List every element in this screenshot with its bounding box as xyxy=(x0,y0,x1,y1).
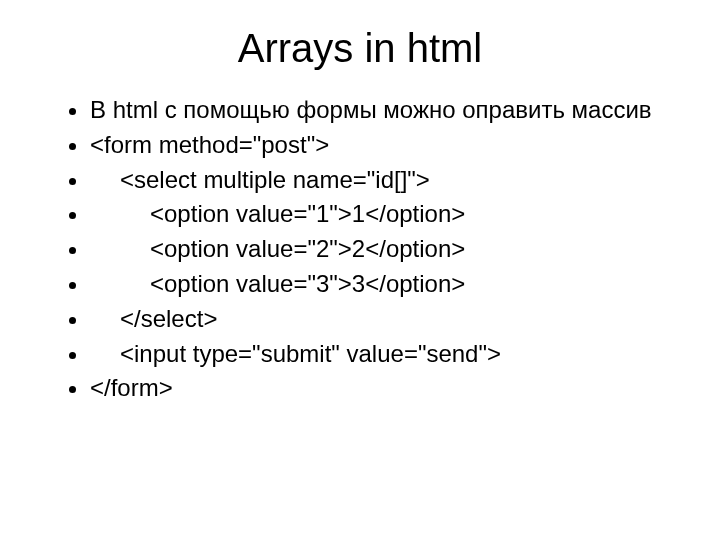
bullet-text: В html с помощью формы можно оправить ма… xyxy=(90,96,652,123)
list-item: <form method="post"> xyxy=(90,128,680,163)
bullet-text: <input type="submit" value="send"> xyxy=(90,340,501,367)
bullet-text: <option value="2">2</option> xyxy=(90,235,465,262)
bullet-text: <form method="post"> xyxy=(90,131,329,158)
bullet-text: <option value="3">3</option> xyxy=(90,270,465,297)
bullet-text: <select multiple name="id[]"> xyxy=(90,166,430,193)
list-item: <option value="3">3</option> xyxy=(90,267,680,302)
bullet-text: </select> xyxy=(90,305,217,332)
bullet-list: В html с помощью формы можно оправить ма… xyxy=(40,93,680,406)
list-item: </select> xyxy=(90,302,680,337)
list-item: <select multiple name="id[]"> xyxy=(90,163,680,198)
slide-title: Arrays in html xyxy=(40,26,680,71)
list-item: </form> xyxy=(90,371,680,406)
list-item: <option value="1">1</option> xyxy=(90,197,680,232)
slide: Arrays in html В html с помощью формы мо… xyxy=(0,0,720,540)
bullet-text: </form> xyxy=(90,374,173,401)
list-item: <option value="2">2</option> xyxy=(90,232,680,267)
list-item: В html с помощью формы можно оправить ма… xyxy=(90,93,680,128)
bullet-text: <option value="1">1</option> xyxy=(90,200,465,227)
list-item: <input type="submit" value="send"> xyxy=(90,337,680,372)
